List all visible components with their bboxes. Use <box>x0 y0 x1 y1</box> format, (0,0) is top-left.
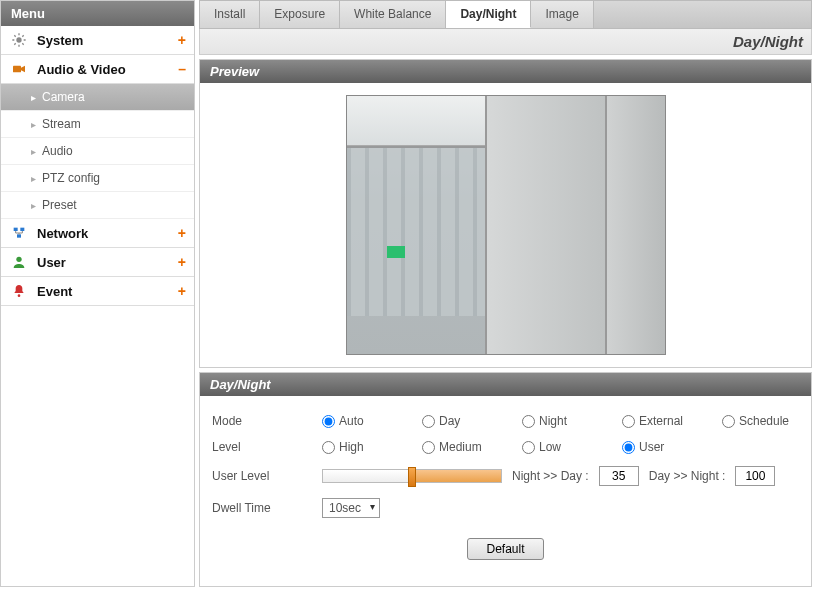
dwell-value: 10sec <box>329 501 361 515</box>
sidebar-label: System <box>37 33 178 48</box>
sidebar-section-network[interactable]: Network + <box>1 219 194 248</box>
radio-mode-schedule[interactable]: Schedule <box>722 414 792 428</box>
radio-label: Medium <box>439 440 482 454</box>
submenu-item-ptz[interactable]: ▸ PTZ config <box>1 165 194 192</box>
radio-input[interactable] <box>422 415 435 428</box>
default-button[interactable]: Default <box>467 538 543 560</box>
tab-day-night[interactable]: Day/Night <box>446 1 531 28</box>
row-dwell-time: Dwell Time 10sec <box>212 492 799 524</box>
svg-rect-1 <box>13 66 21 73</box>
row-mode: Mode Auto Day Night External Schedule <box>212 408 799 434</box>
radio-mode-external[interactable]: External <box>622 414 692 428</box>
submenu-item-stream[interactable]: ▸ Stream <box>1 111 194 138</box>
radio-input[interactable] <box>722 415 735 428</box>
submenu-label: Audio <box>42 144 73 158</box>
expand-icon: + <box>178 254 186 270</box>
caret-icon: ▸ <box>31 119 36 130</box>
tab-install[interactable]: Install <box>200 1 260 28</box>
slider-fill <box>412 470 501 482</box>
collapse-icon: – <box>178 61 186 77</box>
radio-label: Schedule <box>739 414 789 428</box>
night-to-day-input[interactable] <box>599 466 639 486</box>
network-icon <box>9 225 29 241</box>
radio-label: External <box>639 414 683 428</box>
radio-level-user[interactable]: User <box>622 440 692 454</box>
radio-mode-day[interactable]: Day <box>422 414 492 428</box>
svg-marker-2 <box>21 66 25 73</box>
breadcrumb: Day/Night <box>199 29 812 55</box>
caret-icon: ▸ <box>31 146 36 157</box>
user-icon <box>9 254 29 270</box>
radio-mode-night[interactable]: Night <box>522 414 592 428</box>
user-level-slider[interactable] <box>322 469 502 483</box>
radio-level-low[interactable]: Low <box>522 440 592 454</box>
sidebar-section-event[interactable]: Event + <box>1 277 194 306</box>
dwell-label: Dwell Time <box>212 501 322 515</box>
radio-input[interactable] <box>422 441 435 454</box>
sidebar-section-system[interactable]: System + <box>1 26 194 55</box>
sidebar-section-user[interactable]: User + <box>1 248 194 277</box>
tab-bar: Install Exposure White Balance Day/Night… <box>199 0 812 29</box>
sidebar-label: Audio & Video <box>37 62 178 77</box>
sidebar-section-audio-video[interactable]: Audio & Video – <box>1 55 194 84</box>
submenu-audio-video: ▸ Camera ▸ Stream ▸ Audio ▸ PTZ config ▸… <box>1 84 194 219</box>
user-level-label: User Level <box>212 469 322 483</box>
mode-radio-group: Auto Day Night External Schedule <box>322 414 799 428</box>
radio-label: Auto <box>339 414 364 428</box>
submenu-label: PTZ config <box>42 171 100 185</box>
mode-label: Mode <box>212 414 322 428</box>
night-to-day-label: Night >> Day : <box>512 469 589 483</box>
svg-rect-4 <box>20 228 24 231</box>
submenu-item-camera[interactable]: ▸ Camera <box>1 84 194 111</box>
submenu-label: Camera <box>42 90 85 104</box>
submenu-item-preset[interactable]: ▸ Preset <box>1 192 194 219</box>
svg-point-7 <box>18 294 21 297</box>
expand-icon: + <box>178 225 186 241</box>
radio-level-medium[interactable]: Medium <box>422 440 492 454</box>
dwell-select[interactable]: 10sec <box>322 498 380 518</box>
day-to-night-input[interactable] <box>735 466 775 486</box>
radio-input[interactable] <box>322 441 335 454</box>
level-label: Level <box>212 440 322 454</box>
slider-handle[interactable] <box>408 467 416 487</box>
caret-icon: ▸ <box>31 200 36 211</box>
main-content: Install Exposure White Balance Day/Night… <box>195 0 816 587</box>
radio-level-high[interactable]: High <box>322 440 392 454</box>
preview-panel: Preview <box>199 59 812 368</box>
sidebar-label: Network <box>37 226 178 241</box>
radio-input[interactable] <box>522 441 535 454</box>
radio-input[interactable] <box>322 415 335 428</box>
gear-icon <box>9 32 29 48</box>
radio-input[interactable] <box>622 441 635 454</box>
camera-icon <box>9 61 29 77</box>
row-user-level: User Level Night >> Day : Day >> Night : <box>212 460 799 492</box>
svg-point-0 <box>16 37 21 42</box>
expand-icon: + <box>178 283 186 299</box>
radio-label: Low <box>539 440 561 454</box>
submenu-item-audio[interactable]: ▸ Audio <box>1 138 194 165</box>
tab-white-balance[interactable]: White Balance <box>340 1 446 28</box>
sidebar: Menu System + Audio & Video – ▸ Camera ▸… <box>0 0 195 587</box>
radio-input[interactable] <box>622 415 635 428</box>
tab-exposure[interactable]: Exposure <box>260 1 340 28</box>
day-to-night-label: Day >> Night : <box>649 469 726 483</box>
expand-icon: + <box>178 32 186 48</box>
settings-header: Day/Night <box>200 373 811 396</box>
settings-panel: Day/Night Mode Auto Day Night External S… <box>199 372 812 587</box>
row-level: Level High Medium Low User <box>212 434 799 460</box>
radio-label: High <box>339 440 364 454</box>
tab-image[interactable]: Image <box>531 1 593 28</box>
bell-icon <box>9 283 29 299</box>
svg-rect-5 <box>17 234 21 237</box>
sidebar-label: Event <box>37 284 178 299</box>
menu-header: Menu <box>1 1 194 26</box>
caret-icon: ▸ <box>31 173 36 184</box>
submenu-label: Stream <box>42 117 81 131</box>
submenu-label: Preset <box>42 198 77 212</box>
svg-rect-3 <box>14 228 18 231</box>
level-radio-group: High Medium Low User <box>322 440 799 454</box>
radio-mode-auto[interactable]: Auto <box>322 414 392 428</box>
radio-label: Night <box>539 414 567 428</box>
radio-input[interactable] <box>522 415 535 428</box>
radio-label: Day <box>439 414 460 428</box>
